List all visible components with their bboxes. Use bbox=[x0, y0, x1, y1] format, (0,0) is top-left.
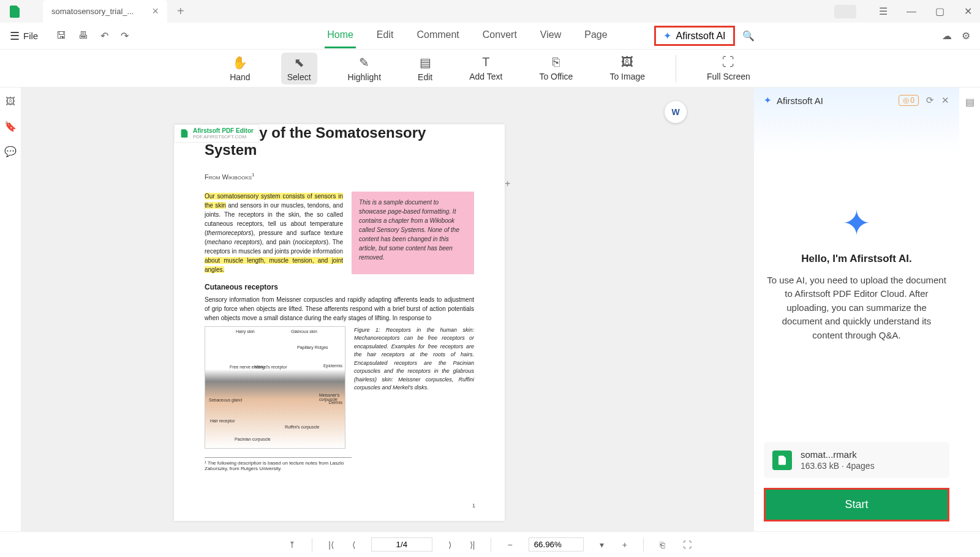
fit-page-icon[interactable]: ⎗ bbox=[657, 539, 667, 551]
toolbar-separator bbox=[676, 55, 676, 82]
tab-home[interactable]: Home bbox=[325, 23, 356, 48]
doc-body-para1: Our somatosensory system consists of sen… bbox=[205, 192, 343, 274]
close-panel-icon[interactable]: ✕ bbox=[941, 95, 949, 106]
settings-lines-icon[interactable]: ⚙ bbox=[962, 30, 970, 42]
first-page-icon[interactable]: |⟨ bbox=[326, 539, 336, 551]
print-icon[interactable]: 🖶 bbox=[78, 30, 88, 42]
highlight-tool[interactable]: ✎Highlight bbox=[342, 53, 387, 84]
zoom-dropdown-icon[interactable]: ▾ bbox=[597, 539, 606, 551]
prev-page-icon[interactable]: ⟨ bbox=[350, 539, 358, 551]
cloud-icon[interactable]: ☁ bbox=[942, 30, 952, 42]
comments-icon[interactable]: 💬 bbox=[4, 146, 17, 157]
file-icon bbox=[772, 450, 792, 470]
close-window-icon[interactable]: ✕ bbox=[960, 4, 975, 19]
undo-icon[interactable]: ↶ bbox=[100, 30, 108, 42]
doc-subhead: Cutaneous receptors bbox=[205, 283, 474, 291]
doc-footnote: ¹ The following description is based on … bbox=[205, 457, 352, 471]
ai-hello: Hello, I'm Afirstsoft AI. bbox=[801, 253, 911, 265]
edit-tool[interactable]: ▤Edit bbox=[412, 53, 439, 84]
tab-comment[interactable]: Comment bbox=[414, 23, 461, 48]
to-office-tool[interactable]: ⎘To Office bbox=[533, 53, 579, 84]
image-icon: 🖼 bbox=[621, 55, 633, 69]
ai-description: To use AI, you need to upload the docume… bbox=[766, 274, 947, 343]
add-text-tool[interactable]: TAdd Text bbox=[463, 53, 508, 84]
sparkle-icon: ✦ bbox=[663, 30, 671, 42]
ai-file-meta: 163.63 kB · 4pages bbox=[801, 461, 941, 471]
page-input[interactable] bbox=[371, 537, 432, 551]
save-icon[interactable]: 🖫 bbox=[56, 30, 66, 42]
tab-convert[interactable]: Convert bbox=[480, 23, 519, 48]
status-pill bbox=[834, 5, 856, 18]
thumbnails-icon[interactable]: 🖼 bbox=[6, 96, 15, 107]
fullscreen-tool[interactable]: ⛶Full Screen bbox=[701, 53, 756, 84]
maximize-icon[interactable]: ▢ bbox=[932, 4, 947, 19]
ai-panel: ✦ Afirstsoft AI ◎ 0 ⟳ ✕ ✦ Hello, I'm Afi… bbox=[754, 88, 959, 531]
zoom-out-icon[interactable]: − bbox=[505, 539, 514, 551]
ai-file-card: somat...rmark 163.63 kB · 4pages bbox=[764, 442, 949, 478]
app-logo[interactable] bbox=[5, 2, 24, 21]
doc-callout: This is a sample document to showcase pa… bbox=[352, 192, 474, 274]
text-icon: T bbox=[482, 55, 489, 69]
scroll-top-icon[interactable]: ⤒ bbox=[286, 539, 298, 551]
fullscreen-icon: ⛶ bbox=[722, 55, 734, 69]
app-menu-icon[interactable]: ☰ bbox=[876, 4, 891, 19]
ai-button-label: Afirstsoft AI bbox=[676, 31, 726, 42]
add-page-icon[interactable]: + bbox=[505, 178, 518, 192]
last-page-icon[interactable]: ⟩| bbox=[467, 539, 478, 551]
search-icon[interactable]: 🔍 bbox=[742, 30, 755, 42]
afirstsoft-ai-button[interactable]: ✦ Afirstsoft AI bbox=[654, 26, 735, 46]
watermark: Afirstsoft PDF Editor PDF.AFIRSTSOFT.COM bbox=[174, 124, 259, 143]
page-number: 1 bbox=[472, 503, 475, 509]
hand-icon: ✋ bbox=[232, 55, 247, 70]
redo-icon[interactable]: ↷ bbox=[121, 30, 129, 42]
file-menu[interactable]: ☰ File bbox=[10, 29, 38, 43]
document-tab[interactable]: somatosensory_trial_... × bbox=[43, 0, 167, 23]
fit-width-icon[interactable]: ⛶ bbox=[680, 539, 694, 551]
ai-file-name: somat...rmark bbox=[801, 449, 941, 460]
doc-figure: Hairy skin Glabrous skin Epidermis Dermi… bbox=[205, 326, 345, 449]
hamburger-icon: ☰ bbox=[10, 29, 20, 43]
doc-body-para2: Sensory information from Meissner corpus… bbox=[205, 295, 474, 323]
minimize-icon[interactable]: — bbox=[904, 4, 919, 19]
doc-source: From Wikibooks1 bbox=[205, 172, 474, 181]
bookmarks-icon[interactable]: 🔖 bbox=[4, 121, 17, 132]
zoom-input[interactable] bbox=[529, 537, 584, 551]
edit-icon: ▤ bbox=[420, 55, 431, 70]
tab-edit[interactable]: Edit bbox=[374, 23, 396, 48]
collapse-panel-icon[interactable]: ▤ bbox=[965, 96, 974, 108]
token-badge[interactable]: ◎ 0 bbox=[899, 95, 919, 106]
cursor-icon: ⬉ bbox=[294, 55, 304, 70]
tab-close-icon[interactable]: × bbox=[152, 5, 159, 18]
to-image-tool[interactable]: 🖼To Image bbox=[603, 53, 651, 84]
tab-view[interactable]: View bbox=[538, 23, 564, 48]
select-tool[interactable]: ⬉Select bbox=[281, 53, 317, 84]
sparkle-large-icon: ✦ bbox=[842, 203, 871, 243]
tab-page[interactable]: Page bbox=[582, 23, 609, 48]
hand-tool[interactable]: ✋Hand bbox=[224, 53, 256, 84]
sparkle-icon: ✦ bbox=[764, 95, 772, 106]
refresh-icon[interactable]: ⟳ bbox=[926, 95, 934, 106]
pdf-page[interactable]: Afirstsoft PDF Editor PDF.AFIRSTSOFT.COM… bbox=[174, 124, 505, 521]
office-icon: ⎘ bbox=[552, 55, 560, 69]
word-export-badge[interactable]: W bbox=[665, 101, 687, 123]
ai-panel-title: Afirstsoft AI bbox=[777, 95, 823, 106]
file-label: File bbox=[23, 31, 38, 41]
highlight-icon: ✎ bbox=[359, 55, 369, 70]
ai-start-button[interactable]: Start bbox=[764, 488, 949, 521]
doc-figure-caption: Figure 1: Receptors in the human skin: M… bbox=[354, 326, 474, 449]
next-page-icon[interactable]: ⟩ bbox=[446, 539, 454, 551]
tab-title: somatosensory_trial_... bbox=[51, 7, 134, 16]
zoom-in-icon[interactable]: + bbox=[620, 539, 630, 551]
tab-add-button[interactable]: + bbox=[177, 4, 184, 18]
